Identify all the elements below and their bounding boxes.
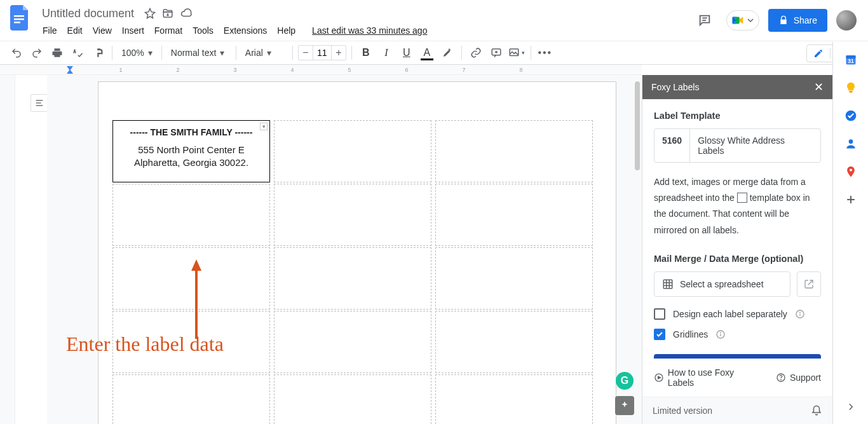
bell-icon[interactable]: [811, 405, 822, 416]
info-icon[interactable]: [715, 329, 726, 339]
gridlines-checkbox[interactable]: [654, 329, 665, 340]
close-icon[interactable]: ✕: [814, 80, 824, 94]
paragraph-style-selector[interactable]: Normal text▾: [167, 44, 231, 61]
font-size-decrease[interactable]: −: [299, 47, 313, 58]
label-cell[interactable]: [274, 120, 431, 182]
template-code: 5160: [654, 129, 690, 162]
svg-rect-2: [14, 22, 20, 24]
open-external-button[interactable]: [797, 271, 821, 297]
font-size-increase[interactable]: +: [332, 47, 346, 58]
font-size-input[interactable]: [313, 46, 332, 60]
move-icon[interactable]: [162, 8, 173, 19]
support-link[interactable]: Support: [776, 367, 821, 388]
svg-marker-12: [67, 69, 73, 74]
get-addons-icon[interactable]: [844, 193, 857, 206]
menu-help[interactable]: Help: [273, 23, 300, 38]
svg-marker-25: [191, 259, 201, 271]
insert-link-button[interactable]: [467, 44, 485, 62]
label-line-1: ------ THE SMITH FAMILY ------: [117, 127, 266, 137]
insert-comment-button[interactable]: [487, 44, 505, 62]
template-box-icon: [737, 193, 747, 203]
zoom-selector[interactable]: 100%▾: [118, 44, 156, 61]
menu-format[interactable]: Format: [150, 23, 187, 38]
account-avatar[interactable]: [836, 10, 857, 31]
svg-text:8: 8: [519, 67, 522, 73]
label-cell[interactable]: [435, 184, 593, 246]
share-button[interactable]: Share: [768, 9, 827, 32]
cloud-status-icon[interactable]: [180, 8, 193, 19]
section-label-template: Label Template: [654, 111, 821, 121]
label-cell[interactable]: [435, 120, 593, 182]
more-toolbar-button[interactable]: •••: [536, 44, 554, 62]
print-button[interactable]: [48, 44, 66, 62]
select-spreadsheet-button[interactable]: Select a spreadsheet: [654, 271, 790, 297]
menu-tools[interactable]: Tools: [188, 23, 218, 38]
label-cell[interactable]: [274, 184, 431, 246]
text-color-button[interactable]: A: [418, 44, 436, 62]
info-icon[interactable]: [795, 309, 805, 319]
create-labels-button[interactable]: Create labels: [654, 354, 821, 359]
maps-icon[interactable]: [844, 165, 857, 178]
highlight-button[interactable]: [438, 44, 456, 62]
docs-logo[interactable]: [8, 5, 33, 31]
last-edit-link[interactable]: Last edit was 33 minutes ago: [308, 23, 431, 38]
template-selector[interactable]: 5160 Glossy White Address Labels: [654, 128, 821, 163]
vertical-ruler: [0, 75, 15, 424]
document-title[interactable]: Untitled document: [38, 6, 138, 22]
annotation-text: Enter the label data: [66, 332, 224, 356]
document-canvas[interactable]: ▾ ------ THE SMITH FAMILY ------ 555 Nor…: [47, 75, 642, 424]
design-each-checkbox[interactable]: [654, 308, 665, 320]
label-cell[interactable]: [435, 247, 593, 310]
document-outline-button[interactable]: [31, 94, 48, 112]
label-cell[interactable]: [274, 374, 431, 424]
contacts-icon[interactable]: [844, 137, 857, 150]
svg-text:4: 4: [290, 67, 294, 73]
label-cell[interactable]: [112, 184, 270, 246]
bold-button[interactable]: B: [357, 44, 375, 62]
svg-point-45: [848, 139, 853, 144]
label-cell[interactable]: [112, 374, 270, 424]
play-circle-icon: [654, 373, 664, 383]
paint-format-button[interactable]: [89, 44, 107, 62]
label-cell[interactable]: [274, 247, 431, 310]
toolbar: 100%▾ Normal text▾ Arial▾ − + B I U A ▾ …: [0, 41, 868, 65]
underline-button[interactable]: U: [398, 44, 416, 62]
design-each-label: Design each label separately: [673, 309, 787, 319]
font-family-selector[interactable]: Arial▾: [241, 44, 287, 61]
app-header: Untitled document File Edit View Insert …: [0, 0, 868, 41]
menu-view[interactable]: View: [88, 23, 116, 38]
keep-icon[interactable]: [844, 81, 857, 94]
comments-icon[interactable]: [692, 8, 717, 33]
calendar-icon[interactable]: 31: [844, 53, 857, 66]
grammarly-icon[interactable]: G: [616, 372, 634, 390]
open-external-icon: [804, 279, 814, 289]
meet-button[interactable]: [726, 10, 759, 31]
star-icon[interactable]: [144, 8, 156, 19]
insert-image-button[interactable]: ▾: [508, 44, 526, 62]
scrollbar-thumb[interactable]: [635, 81, 640, 170]
menu-extensions[interactable]: Extensions: [219, 23, 271, 38]
how-to-link[interactable]: How to use Foxy Labels: [654, 367, 762, 388]
addon-footer-label: Limited version: [653, 406, 712, 416]
menu-edit[interactable]: Edit: [63, 23, 87, 38]
svg-point-33: [799, 312, 800, 313]
svg-text:2: 2: [176, 67, 179, 73]
explore-button[interactable]: [615, 396, 634, 415]
cell-options-icon[interactable]: ▾: [260, 123, 268, 130]
redo-button[interactable]: [28, 44, 46, 62]
label-cell-1[interactable]: ▾ ------ THE SMITH FAMILY ------ 555 Nor…: [112, 120, 270, 182]
svg-point-36: [721, 332, 721, 333]
svg-text:31: 31: [848, 58, 854, 64]
share-label: Share: [794, 15, 817, 25]
menu-insert[interactable]: Insert: [118, 23, 149, 38]
undo-button[interactable]: [8, 44, 25, 62]
tasks-icon[interactable]: [844, 109, 857, 122]
label-cell[interactable]: [435, 374, 593, 424]
label-cell[interactable]: [274, 311, 431, 373]
label-cell[interactable]: [435, 311, 593, 373]
hide-side-panel-button[interactable]: [845, 401, 857, 413]
menu-file[interactable]: File: [38, 23, 62, 38]
spellcheck-button[interactable]: [69, 44, 86, 62]
italic-button[interactable]: I: [377, 44, 395, 62]
horizontal-ruler[interactable]: 123 456 78: [0, 65, 642, 75]
